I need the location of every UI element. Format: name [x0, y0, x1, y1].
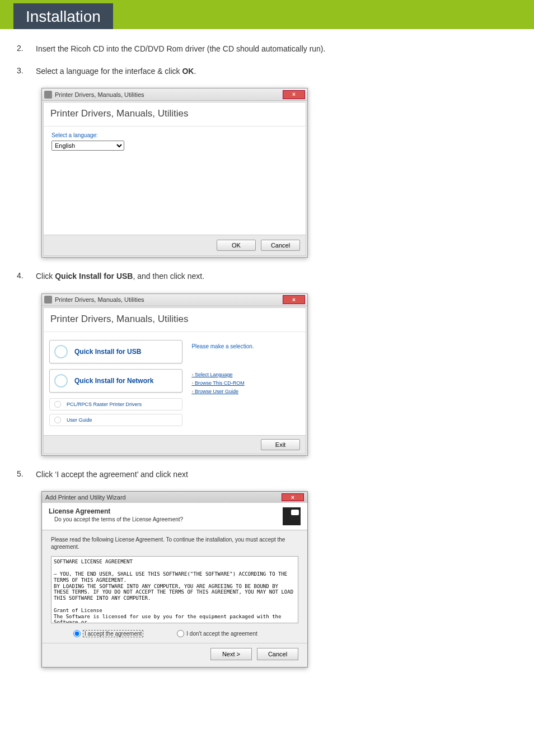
- language-select[interactable]: English: [51, 141, 124, 151]
- quick-install-network-label: Quick Install for Network: [74, 377, 153, 385]
- disc-icon: [54, 374, 68, 388]
- accept-radio-label: I accept the agreement: [83, 630, 143, 637]
- accept-radio-input[interactable]: [73, 630, 81, 637]
- exit-button[interactable]: Exit: [261, 439, 300, 450]
- quick-install-network-button[interactable]: Quick Install for Network: [49, 369, 182, 393]
- win1-body: Select a language: English: [44, 127, 306, 235]
- pcl-drivers-button[interactable]: PCL/RPCS Raster Printer Drivers: [49, 398, 182, 410]
- win1-heading: Printer Drivers, Manuals, Utilities: [44, 102, 306, 127]
- step-2: 2. Insert the Ricoh CD into the CD/DVD R…: [17, 44, 517, 55]
- language-label: Select a language:: [51, 132, 298, 138]
- win2-heading: Printer Drivers, Manuals, Utilities: [44, 308, 306, 332]
- quick-install-usb-label: Quick Install for USB: [74, 348, 141, 356]
- win2-title: Printer Drivers, Manuals, Utilities: [55, 296, 283, 303]
- win1-title: Printer Drivers, Manuals, Utilities: [55, 91, 283, 98]
- user-guide-button[interactable]: User Guide: [49, 414, 182, 426]
- step-3-text-after: .: [194, 67, 196, 76]
- step-5: 5. Click ‘I accept the agreement’ and cl…: [17, 469, 517, 480]
- step-3-bold: OK: [182, 67, 194, 76]
- wiz-footer: Next > Cancel: [42, 643, 307, 667]
- disc-icon: [54, 417, 61, 423]
- step-4-text-before: Click: [36, 272, 55, 281]
- step-4-num: 4.: [17, 271, 36, 282]
- banner-title: Installation: [13, 3, 113, 29]
- window-license-wizard: Add Printer and Utility Wizard × License…: [41, 491, 308, 668]
- browse-user-guide-link[interactable]: Browse User Guide: [191, 389, 298, 394]
- selection-hint: Please make a selection.: [191, 343, 298, 349]
- window-select-language: Printer Drivers, Manuals, Utilities × Pr…: [41, 88, 308, 258]
- page-banner: Installation: [0, 0, 534, 29]
- step-3-num: 3.: [17, 66, 36, 77]
- page-content: 2. Insert the Ricoh CD into the CD/DVD R…: [0, 29, 534, 698]
- quick-install-usb-button[interactable]: Quick Install for USB: [49, 340, 182, 363]
- wiz-radio-group: I accept the agreement I don't accept th…: [51, 630, 298, 637]
- decline-radio-label: I don't accept the agreement: [186, 631, 257, 637]
- win2-inner: Printer Drivers, Manuals, Utilities Quic…: [43, 307, 306, 454]
- step-2-num: 2.: [17, 44, 36, 55]
- step-5-num: 5.: [17, 469, 36, 480]
- close-icon[interactable]: ×: [282, 493, 304, 501]
- cancel-button[interactable]: Cancel: [261, 240, 300, 251]
- wiz-intro: Please read the following License Agreem…: [51, 536, 298, 550]
- wiz-title: Add Printer and Utility Wizard: [45, 494, 282, 501]
- printer-icon: [283, 507, 301, 525]
- cancel-button[interactable]: Cancel: [257, 648, 298, 660]
- wiz-heading: License Agreement: [49, 507, 278, 515]
- step-4: 4. Click Quick Install for USB, and then…: [17, 271, 517, 282]
- close-icon[interactable]: ×: [283, 90, 305, 99]
- close-icon[interactable]: ×: [283, 295, 305, 304]
- decline-radio[interactable]: I don't accept the agreement: [177, 630, 257, 637]
- win1-footer: OK Cancel: [44, 235, 306, 255]
- disc-icon: [54, 401, 61, 408]
- wiz-header: License Agreement Do you accept the term…: [42, 503, 307, 530]
- app-icon: [44, 91, 52, 99]
- browse-cd-link[interactable]: Browse This CD-ROM: [191, 380, 298, 386]
- decline-radio-input[interactable]: [177, 630, 184, 637]
- wiz-header-text: License Agreement Do you accept the term…: [49, 507, 278, 522]
- step-3-text: Select a language for the interface & cl…: [36, 66, 196, 77]
- step-2-text: Insert the Ricoh CD into the CD/DVD Rom …: [36, 44, 325, 55]
- window-quick-install: Printer Drivers, Manuals, Utilities × Pr…: [41, 293, 308, 456]
- step-3-text-before: Select a language for the interface & cl…: [36, 67, 182, 76]
- win1-inner: Printer Drivers, Manuals, Utilities Sele…: [43, 102, 306, 256]
- wiz-body: Please read the following License Agreem…: [42, 530, 307, 643]
- user-guide-label: User Guide: [67, 417, 92, 423]
- win2-footer: Exit: [44, 435, 306, 454]
- win2-left: Quick Install for USB Quick Install for …: [49, 340, 187, 430]
- ok-button[interactable]: OK: [217, 240, 256, 251]
- step-4-text-after: , and then click next.: [133, 272, 204, 281]
- license-textarea[interactable]: [51, 556, 298, 623]
- app-icon: [44, 296, 52, 304]
- pcl-drivers-label: PCL/RPCS Raster Printer Drivers: [67, 402, 142, 407]
- step-4-text: Click Quick Install for USB, and then cl…: [36, 271, 204, 282]
- accept-radio[interactable]: I accept the agreement: [73, 630, 143, 637]
- win2-right: Please make a selection. Select Language…: [187, 340, 300, 430]
- wiz-titlebar: Add Printer and Utility Wizard ×: [42, 492, 307, 503]
- disc-icon: [54, 345, 68, 358]
- select-language-link[interactable]: Select Language: [191, 372, 298, 377]
- step-5-text: Click ‘I accept the agreement’ and click…: [36, 469, 188, 480]
- wiz-subheading: Do you accept the terms of the License A…: [54, 516, 278, 522]
- win2-body: Quick Install for USB Quick Install for …: [44, 332, 306, 435]
- step-4-bold: Quick Install for USB: [55, 272, 133, 281]
- step-3: 3. Select a language for the interface &…: [17, 66, 517, 77]
- next-button[interactable]: Next >: [210, 648, 252, 660]
- win2-titlebar: Printer Drivers, Manuals, Utilities ×: [42, 294, 307, 306]
- win1-titlebar: Printer Drivers, Manuals, Utilities ×: [42, 88, 307, 101]
